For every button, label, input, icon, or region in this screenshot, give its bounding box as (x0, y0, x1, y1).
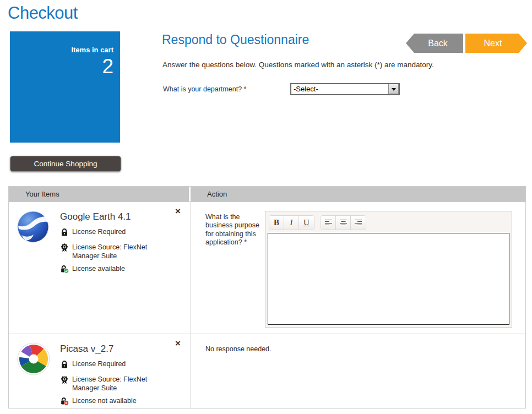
license-status-text: License not available (72, 397, 137, 406)
item-name: Google Earth 4.1 (60, 211, 166, 222)
format-button-group: B I U (269, 215, 314, 230)
item-cell-google-earth: × (9, 202, 191, 334)
items-in-cart-label: Items in cart (71, 46, 113, 54)
action-cell-google-earth: What is the business purpose for obtaini… (191, 202, 525, 334)
questionnaire-instructions: Answer the questions below. Questions ma… (162, 61, 504, 69)
google-earth-icon (16, 209, 51, 280)
picasa-icon (16, 341, 51, 412)
license-source-line: License Source: FlexNet Manager Suite (60, 375, 166, 393)
your-items-table: Your Items Action × (8, 186, 526, 408)
italic-button[interactable]: I (284, 216, 299, 230)
license-source-text: License Source: FlexNet Manager Suite (72, 375, 166, 393)
align-center-icon[interactable] (336, 216, 351, 230)
table-header-row: Your Items Action (9, 187, 525, 201)
select-dropdown-arrow-icon[interactable] (388, 84, 399, 94)
license-status-line: License available (60, 265, 166, 276)
continue-shopping-button[interactable]: Continue Shopping (10, 156, 121, 172)
column-header-action: Action (191, 187, 525, 201)
back-button[interactable]: Back (406, 34, 463, 53)
remove-item-icon[interactable]: × (175, 339, 181, 348)
license-required-line: License Required (60, 228, 166, 239)
department-select-value: -Select- (291, 84, 388, 94)
checkout-page: Checkout Items in cart 2 Continue Shoppi… (0, 0, 532, 414)
bold-button[interactable]: B (269, 216, 284, 230)
department-select[interactable]: -Select- (290, 83, 400, 95)
action-cell-picasa: No response needed. (191, 334, 525, 408)
license-badge-icon (60, 243, 69, 254)
license-available-icon (60, 265, 69, 276)
item-name: Picasa v_2.7 (60, 344, 166, 355)
remove-item-icon[interactable]: × (175, 206, 181, 216)
lock-icon (60, 360, 69, 371)
align-left-icon[interactable] (321, 216, 336, 230)
license-source-line: License Source: FlexNet Manager Suite (60, 243, 166, 260)
business-purpose-question: What is the business purpose for obtaini… (205, 211, 263, 328)
license-not-available-icon (60, 397, 69, 408)
rich-text-editor: B I U (265, 211, 512, 328)
item-details: Google Earth 4.1 License Required (60, 209, 166, 280)
next-button[interactable]: Next (465, 34, 527, 53)
table-row: × (9, 201, 525, 334)
align-button-group (321, 215, 366, 230)
license-required-text: License Required (72, 360, 126, 369)
cart-summary-box: Items in cart 2 (10, 31, 120, 143)
department-question-label: What is your department? * (163, 85, 246, 93)
license-status-text: License available (72, 265, 125, 274)
item-cell-picasa: × Picasa v_2.7 (9, 334, 191, 408)
column-header-your-items: Your Items (9, 187, 189, 201)
business-purpose-textarea[interactable] (268, 233, 509, 325)
page-title: Checkout (8, 3, 78, 23)
editor-toolbar: B I U (268, 214, 509, 233)
table-row: × Picasa v_2.7 (9, 334, 525, 408)
cart-count: 2 (102, 55, 113, 78)
license-source-text: License Source: FlexNet Manager Suite (72, 243, 166, 260)
license-status-line: License not available (60, 397, 166, 408)
license-badge-icon (60, 375, 69, 386)
license-required-line: License Required (60, 360, 166, 371)
lock-icon (60, 228, 69, 239)
align-right-icon[interactable] (351, 216, 366, 230)
questionnaire-title: Respond to Questionnaire (162, 32, 309, 47)
item-details: Picasa v_2.7 License Required (60, 341, 166, 412)
no-response-text: No response needed. (205, 343, 525, 353)
license-required-text: License Required (72, 228, 126, 237)
underline-button[interactable]: U (299, 216, 314, 230)
